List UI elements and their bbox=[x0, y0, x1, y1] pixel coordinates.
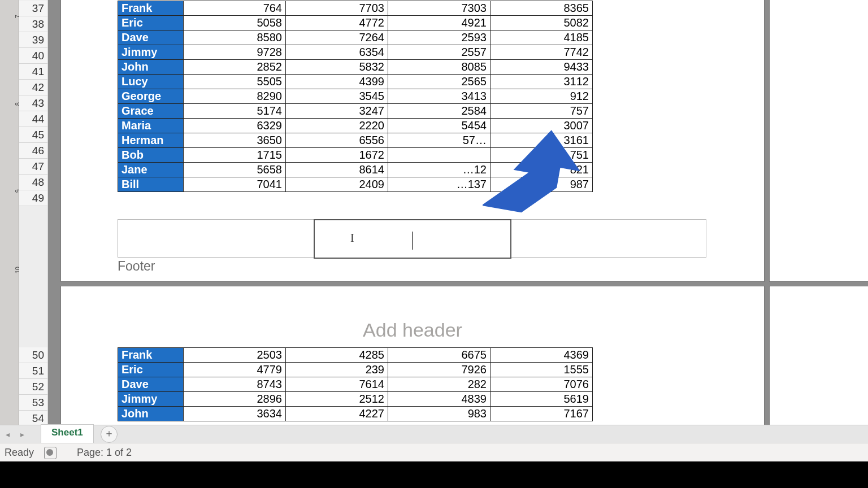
row-header[interactable]: 50 bbox=[19, 347, 47, 363]
macro-record-icon[interactable] bbox=[44, 447, 57, 459]
value-cell[interactable]: 4399 bbox=[286, 75, 388, 89]
value-cell[interactable]: 3247 bbox=[286, 104, 388, 119]
value-cell[interactable]: 2565 bbox=[388, 75, 491, 89]
value-cell[interactable]: 8365 bbox=[491, 1, 593, 16]
row-header[interactable]: 41 bbox=[19, 64, 47, 80]
sheet-tab-active[interactable]: Sheet1 bbox=[41, 424, 94, 445]
name-cell[interactable]: Maria bbox=[118, 119, 184, 133]
value-cell[interactable]: 7264 bbox=[286, 30, 388, 45]
row-header[interactable]: 47 bbox=[19, 159, 47, 175]
row-header[interactable]: 46 bbox=[19, 143, 47, 159]
value-cell[interactable]: 2557 bbox=[388, 45, 491, 60]
table-row[interactable]: Jimmy9728635425577742 bbox=[118, 45, 649, 60]
name-cell[interactable]: Frank bbox=[118, 1, 184, 16]
table-row[interactable]: Eric5058477249215082 bbox=[118, 16, 649, 30]
name-cell[interactable]: John bbox=[118, 60, 184, 75]
row-header[interactable]: 44 bbox=[19, 111, 47, 127]
name-cell[interactable]: Lucy bbox=[118, 75, 184, 89]
value-cell[interactable]: 1555 bbox=[491, 363, 593, 377]
name-cell[interactable]: Jane bbox=[118, 163, 184, 177]
value-cell[interactable]: 7926 bbox=[388, 363, 491, 377]
value-cell[interactable]: 4839 bbox=[388, 392, 491, 407]
value-cell[interactable]: 5454 bbox=[388, 119, 491, 133]
value-cell[interactable]: 8290 bbox=[184, 89, 286, 104]
value-cell[interactable]: 7742 bbox=[491, 45, 593, 60]
value-cell[interactable]: 3161 bbox=[491, 133, 593, 148]
row-header[interactable]: 48 bbox=[19, 175, 47, 190]
value-cell[interactable]: 987 bbox=[491, 177, 593, 192]
value-cell[interactable]: 4921 bbox=[388, 16, 491, 30]
footer-area[interactable]: I bbox=[118, 219, 706, 258]
data-table-page2[interactable]: Frank2503428566754369Eric477923979261555… bbox=[118, 347, 649, 421]
value-cell[interactable]: 5619 bbox=[491, 392, 593, 407]
name-cell[interactable]: Eric bbox=[118, 16, 184, 30]
value-cell[interactable] bbox=[388, 148, 491, 163]
table-row[interactable]: Lucy5505439925653112 bbox=[118, 75, 649, 89]
table-row[interactable]: Bob17151672751 bbox=[118, 148, 649, 163]
row-header[interactable]: 37 bbox=[19, 1, 47, 16]
value-cell[interactable]: 4369 bbox=[491, 348, 593, 363]
name-cell[interactable]: Jimmy bbox=[118, 392, 184, 407]
table-row[interactable]: George829035453413912 bbox=[118, 89, 649, 104]
name-cell[interactable]: Dave bbox=[118, 377, 184, 392]
value-cell[interactable]: 2593 bbox=[388, 30, 491, 45]
value-cell[interactable]: 2512 bbox=[286, 392, 388, 407]
value-cell[interactable]: …137 bbox=[388, 177, 491, 192]
value-cell[interactable]: 6354 bbox=[286, 45, 388, 60]
value-cell[interactable]: 6675 bbox=[388, 348, 491, 363]
value-cell[interactable]: 751 bbox=[491, 148, 593, 163]
row-header[interactable]: 51 bbox=[19, 363, 47, 379]
row-header[interactable]: 52 bbox=[19, 379, 47, 395]
name-cell[interactable]: John bbox=[118, 407, 184, 421]
row-header[interactable]: 42 bbox=[19, 80, 47, 95]
row-header[interactable]: 43 bbox=[19, 95, 47, 111]
value-cell[interactable]: 764 bbox=[184, 1, 286, 16]
value-cell[interactable]: 1715 bbox=[184, 148, 286, 163]
name-cell[interactable]: Frank bbox=[118, 348, 184, 363]
value-cell[interactable]: 239 bbox=[286, 363, 388, 377]
name-cell[interactable]: Grace bbox=[118, 104, 184, 119]
value-cell[interactable]: 4185 bbox=[491, 30, 593, 45]
value-cell[interactable]: …12 bbox=[388, 163, 491, 177]
value-cell[interactable]: 4227 bbox=[286, 407, 388, 421]
value-cell[interactable]: 1672 bbox=[286, 148, 388, 163]
value-cell[interactable]: 2584 bbox=[388, 104, 491, 119]
value-cell[interactable]: 5658 bbox=[184, 163, 286, 177]
tab-nav-prev[interactable]: ◂ bbox=[1, 428, 14, 441]
value-cell[interactable]: 3007 bbox=[491, 119, 593, 133]
name-cell[interactable]: Eric bbox=[118, 363, 184, 377]
row-header[interactable]: 39 bbox=[19, 32, 47, 48]
value-cell[interactable]: 9728 bbox=[184, 45, 286, 60]
table-row[interactable]: John363442279837167 bbox=[118, 407, 649, 421]
value-cell[interactable]: 2503 bbox=[184, 348, 286, 363]
value-cell[interactable]: 6556 bbox=[286, 133, 388, 148]
value-cell[interactable]: 821 bbox=[491, 163, 593, 177]
value-cell[interactable]: 7614 bbox=[286, 377, 388, 392]
row-header[interactable]: 40 bbox=[19, 48, 47, 64]
value-cell[interactable]: 6329 bbox=[184, 119, 286, 133]
value-cell[interactable]: 7167 bbox=[491, 407, 593, 421]
name-cell[interactable]: Herman bbox=[118, 133, 184, 148]
value-cell[interactable]: 3650 bbox=[184, 133, 286, 148]
value-cell[interactable]: 5832 bbox=[286, 60, 388, 75]
table-row[interactable]: Maria6329222054543007 bbox=[118, 119, 649, 133]
value-cell[interactable]: 912 bbox=[491, 89, 593, 104]
value-cell[interactable]: 282 bbox=[388, 377, 491, 392]
value-cell[interactable]: 2409 bbox=[286, 177, 388, 192]
value-cell[interactable]: 983 bbox=[388, 407, 491, 421]
table-row[interactable]: Dave874376142827076 bbox=[118, 377, 649, 392]
value-cell[interactable]: 7703 bbox=[286, 1, 388, 16]
value-cell[interactable]: 4779 bbox=[184, 363, 286, 377]
name-cell[interactable]: Bob bbox=[118, 148, 184, 163]
tab-nav-next[interactable]: ▸ bbox=[16, 428, 28, 441]
table-row[interactable]: Bill70412409…137987 bbox=[118, 177, 649, 192]
name-cell[interactable]: Jimmy bbox=[118, 45, 184, 60]
table-row[interactable]: John2852583280859433 bbox=[118, 60, 649, 75]
row-header[interactable]: 38 bbox=[19, 16, 47, 32]
value-cell[interactable]: 5505 bbox=[184, 75, 286, 89]
value-cell[interactable]: 3413 bbox=[388, 89, 491, 104]
value-cell[interactable]: 4285 bbox=[286, 348, 388, 363]
value-cell[interactable]: 2896 bbox=[184, 392, 286, 407]
add-header-placeholder[interactable]: Add header bbox=[61, 319, 764, 341]
value-cell[interactable]: 8614 bbox=[286, 163, 388, 177]
